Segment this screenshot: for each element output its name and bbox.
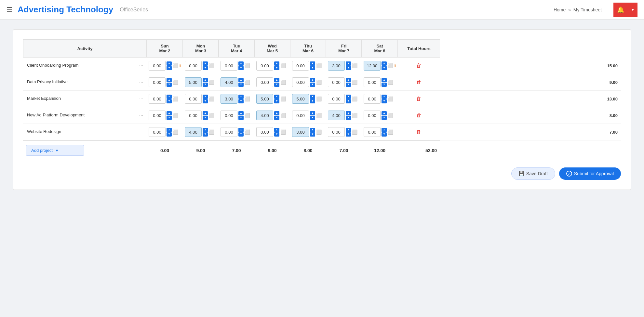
activity-menu-4[interactable]: ··· [139, 129, 143, 135]
note-icon-r4-d0[interactable]: ⬜ [173, 129, 178, 135]
note-icon-r4-d1[interactable]: ⬜ [209, 129, 214, 135]
note-icon-r1-d1[interactable]: ⬜ [209, 80, 214, 85]
spin-down-r2-d3[interactable]: ▼ [274, 99, 279, 103]
spin-up-r4-d1[interactable]: ▲ [203, 128, 208, 132]
hours-input-r1-d5[interactable] [328, 77, 345, 87]
spin-down-r3-d0[interactable]: ▼ [167, 116, 172, 120]
submit-approval-button[interactable]: ✓ Submit for Approval [559, 167, 621, 180]
note-icon-r4-d5[interactable]: ⬜ [352, 129, 357, 135]
notification-button[interactable]: 🔔 [613, 3, 628, 17]
spin-down-r2-d0[interactable]: ▼ [167, 99, 172, 103]
spin-up-r1-d6[interactable]: ▲ [382, 78, 387, 82]
spin-down-r3-d5[interactable]: ▼ [346, 116, 351, 120]
spin-down-r1-d4[interactable]: ▼ [310, 83, 315, 87]
note-icon-r1-d5[interactable]: ⬜ [352, 80, 357, 85]
note-icon-r1-d2[interactable]: ⬜ [245, 80, 250, 85]
hours-input-r4-d0[interactable] [149, 127, 166, 137]
note-icon-r1-d3[interactable]: ⬜ [280, 80, 286, 85]
spin-down-r1-d0[interactable]: ▼ [167, 83, 172, 87]
spin-down-r4-d0[interactable]: ▼ [167, 132, 172, 137]
note-icon-r3-d6[interactable]: ⬜ [388, 113, 393, 118]
spin-up-r3-d3[interactable]: ▲ [274, 111, 279, 115]
activity-menu-3[interactable]: ··· [139, 112, 143, 118]
note-icon-r3-d4[interactable]: ⬜ [316, 113, 322, 118]
note-icon-r4-d4[interactable]: ⬜ [316, 129, 322, 135]
spin-down-r0-d0[interactable]: ▼ [167, 66, 172, 70]
spin-up-r1-d2[interactable]: ▲ [238, 78, 244, 82]
note-icon-r2-d1[interactable]: ⬜ [209, 96, 214, 101]
spin-down-r2-d5[interactable]: ▼ [346, 99, 351, 103]
note-icon-r2-d0[interactable]: ⬜ [173, 96, 178, 101]
hours-input-r1-d3[interactable] [256, 77, 273, 87]
hours-input-r4-d2[interactable] [221, 127, 237, 137]
hours-input-r2-d1[interactable] [185, 94, 202, 104]
hours-input-r1-d4[interactable] [292, 77, 309, 87]
note-icon-r3-d2[interactable]: ⬜ [245, 113, 250, 118]
note-icon-r0-d5[interactable]: ⬜ [352, 63, 357, 68]
spin-down-r0-d4[interactable]: ▼ [310, 66, 315, 70]
note-icon-r0-d2[interactable]: ⬜ [245, 63, 250, 68]
spin-up-r3-d5[interactable]: ▲ [346, 111, 351, 115]
note-icon-r0-d1[interactable]: ⬜ [209, 63, 214, 68]
delete-row-4[interactable]: 🗑 [416, 129, 422, 135]
note-icon-r4-d6[interactable]: ⬜ [388, 129, 393, 135]
hours-input-r3-d0[interactable] [149, 111, 166, 120]
spin-down-r3-d2[interactable]: ▼ [238, 116, 244, 120]
spin-up-r0-d1[interactable]: ▲ [203, 61, 208, 66]
spin-up-r2-d1[interactable]: ▲ [203, 95, 208, 99]
spin-down-r1-d6[interactable]: ▼ [382, 83, 387, 87]
spin-up-r1-d4[interactable]: ▲ [310, 78, 315, 82]
spin-up-r4-d0[interactable]: ▲ [167, 128, 172, 132]
spin-up-r3-d4[interactable]: ▲ [310, 111, 315, 115]
spin-down-r2-d1[interactable]: ▼ [203, 99, 208, 103]
note-icon-r0-d3[interactable]: ⬜ [280, 63, 286, 68]
spin-up-r4-d4[interactable]: ▲ [310, 128, 315, 132]
hours-input-r0-d5[interactable] [328, 61, 345, 71]
delete-row-1[interactable]: 🗑 [416, 79, 422, 85]
note-icon-r2-d6[interactable]: ⬜ [388, 96, 393, 101]
hours-input-r0-d1[interactable] [185, 61, 202, 71]
spin-up-r2-d3[interactable]: ▲ [274, 95, 279, 99]
spin-down-r3-d1[interactable]: ▼ [203, 116, 208, 120]
hours-input-r3-d4[interactable] [292, 111, 309, 120]
note-icon-r4-d2[interactable]: ⬜ [245, 129, 250, 135]
hours-input-r0-d6[interactable] [364, 61, 381, 71]
spin-up-r4-d6[interactable]: ▲ [382, 128, 387, 132]
header-dropdown-button[interactable]: ▼ [628, 3, 637, 17]
note-icon-r2-d4[interactable]: ⬜ [316, 96, 322, 101]
spin-down-r0-d1[interactable]: ▼ [203, 66, 208, 70]
hours-input-r4-d6[interactable] [364, 127, 381, 137]
spin-up-r0-d3[interactable]: ▲ [274, 61, 279, 66]
spin-up-r2-d5[interactable]: ▲ [346, 95, 351, 99]
spin-down-r4-d1[interactable]: ▼ [203, 132, 208, 137]
spin-down-r1-d1[interactable]: ▼ [203, 83, 208, 87]
note-icon-r1-d4[interactable]: ⬜ [316, 80, 322, 85]
note-icon-r3-d0[interactable]: ⬜ [173, 113, 178, 118]
note-icon-r0-d0[interactable]: ⬜ [173, 63, 178, 68]
note-icon-r2-d5[interactable]: ⬜ [352, 96, 357, 101]
save-draft-button[interactable]: 💾 Save Draft [511, 167, 555, 180]
hours-input-r4-d5[interactable] [328, 127, 345, 137]
spin-down-r3-d3[interactable]: ▼ [274, 116, 279, 120]
note-icon-r0-d6[interactable]: ⬜ [388, 63, 393, 68]
delete-row-0[interactable]: 🗑 [416, 63, 422, 69]
hours-input-r1-d6[interactable] [364, 77, 381, 87]
note-icon-r3-d1[interactable]: ⬜ [209, 113, 214, 118]
spin-up-r1-d0[interactable]: ▲ [167, 78, 172, 82]
spin-up-r0-d6[interactable]: ▲ [382, 61, 387, 66]
spin-down-r3-d4[interactable]: ▼ [310, 116, 315, 120]
hours-input-r2-d6[interactable] [364, 94, 381, 104]
hours-input-r2-d0[interactable] [149, 94, 166, 104]
spin-up-r0-d2[interactable]: ▲ [238, 61, 244, 66]
hours-input-r0-d3[interactable] [256, 61, 273, 71]
spin-down-r0-d2[interactable]: ▼ [238, 66, 244, 70]
spin-down-r4-d3[interactable]: ▼ [274, 132, 279, 137]
note-icon-r2-d3[interactable]: ⬜ [280, 96, 286, 101]
spin-down-r2-d6[interactable]: ▼ [382, 99, 387, 103]
spin-up-r3-d6[interactable]: ▲ [382, 111, 387, 115]
spin-up-r3-d2[interactable]: ▲ [238, 111, 244, 115]
spin-down-r2-d4[interactable]: ▼ [310, 99, 315, 103]
breadcrumb-home[interactable]: Home [554, 7, 566, 12]
spin-up-r0-d0[interactable]: ▲ [167, 61, 172, 66]
note-icon-r3-d5[interactable]: ⬜ [352, 113, 357, 118]
